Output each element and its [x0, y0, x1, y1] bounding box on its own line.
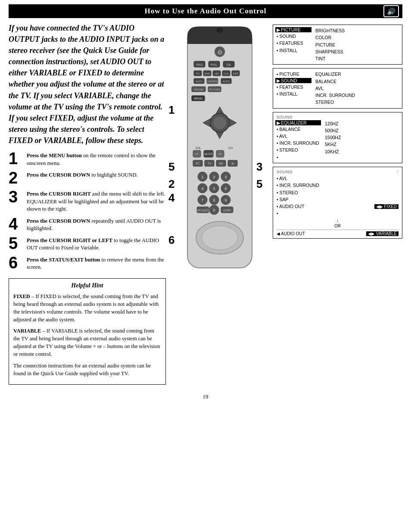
step-3-overlay: 3 [256, 160, 262, 174]
page-number-text: 19 [203, 393, 209, 400]
osd-m2-picture: • PICTURE [277, 71, 310, 78]
osd-picture-right: PICTURE [315, 41, 345, 48]
osd-10khz: 10KHZ [325, 148, 341, 155]
svg-text:4: 4 [201, 187, 203, 191]
osd-brightness: BRIGHTNESS [315, 27, 345, 34]
svg-rect-2 [187, 35, 252, 44]
step-5-text: Press the CURSOR RIGHT or LEFT to toggle… [27, 237, 166, 252]
osd-picture-arrow: ▶ [277, 27, 280, 32]
svg-text:AUTO: AUTO [223, 80, 230, 83]
page-title: How to Use the Audio Out Control [145, 7, 267, 15]
osd-balance-label: BALANCE [315, 78, 355, 85]
step-2-rest: to highlight SOUND. [90, 172, 137, 178]
svg-text:0: 0 [213, 208, 215, 212]
hint-variable: VARIABLE – If VARIABLE is selected, the … [13, 327, 161, 358]
svg-text:VOL: VOL [195, 146, 201, 149]
osd-m4-audio-out-left: ◀ AUDIO OUT [277, 231, 305, 236]
step-2: 2 Press the CURSOR DOWN to highlight SOU… [9, 171, 166, 186]
svg-text:CLK: CLK [224, 72, 229, 75]
svg-text:PRG: PRG [196, 63, 202, 66]
osd-1500hz: 1500HZ [325, 134, 341, 141]
osd-menu-2: • PICTURE ▶ SOUND • FEATURES • INSTALL E… [273, 68, 402, 108]
osd-menu-2-content: • PICTURE ▶ SOUND • FEATURES • INSTALL E… [277, 71, 399, 106]
remote-area: 1 5 2 4 3 5 6 ⏻ [170, 22, 269, 385]
svg-text:−: − [195, 151, 198, 157]
svg-text:HD: HD [219, 162, 223, 165]
svg-text:FMT: FMT [233, 72, 239, 75]
hint-connection: The connection instructions for an exter… [13, 362, 161, 377]
svg-text:POS.: POS. [211, 63, 218, 66]
svg-point-39 [213, 116, 227, 130]
step-4-bold: Press the CURSOR DOWN [27, 218, 90, 224]
osd-menu-3-content: ▶ EQUALIZER • BALANCE • AVL • INCR. SURR… [277, 120, 399, 161]
step-5: 5 Press the CURSOR RIGHT or LEFT to togg… [9, 237, 166, 252]
step-4-text: Press the CURSOR DOWN repeatedly until A… [27, 218, 166, 233]
osd-picture-label: PICTURE [281, 27, 301, 32]
osd-menu-3-left: ▶ EQUALIZER • BALANCE • AVL • INCR. SURR… [277, 120, 320, 161]
main-content: If you have connected the TV's AUDIO OUT… [0, 18, 411, 389]
svg-text:HD: HD [215, 72, 219, 75]
hint-fixed-label: FIXED [13, 293, 30, 299]
svg-text:⊕: ⊕ [231, 162, 234, 165]
osd-menu-1-right: BRIGHTNESS COLOR PICTURE SHARPNESS TINT [315, 27, 345, 62]
osd-install-item: • INSTALL [277, 47, 310, 54]
svg-text:7: 7 [201, 198, 203, 202]
step-3-bold: Press the CURSOR RIGHT [27, 191, 91, 197]
osd-m2-sound: ▶ SOUND [275, 78, 311, 83]
step-2-bold: Press the CURSOR DOWN [27, 172, 90, 178]
step-5-bold: Press the CURSOR RIGHT or LEFT [27, 237, 112, 243]
osd-m2-install: • INSTALL [277, 90, 310, 97]
osd-sound-item: • SOUND [277, 33, 310, 40]
left-column: If you have connected the TV's AUDIO OUT… [9, 22, 166, 385]
hint-fixed: FIXED – If FIXED is selected, the sound … [13, 292, 161, 324]
osd-m4-variable-value: ◀▶ VARIABLE [366, 231, 399, 236]
svg-text:6: 6 [224, 187, 227, 191]
hint-title: Helpful Hint [13, 282, 161, 289]
hint-title-text: Helpful Hint [71, 282, 103, 289]
osd-incr-surround-label: INCR. SURROUND [315, 92, 355, 99]
drop-cap: I [9, 24, 12, 32]
osd-avl-label: AVL [315, 85, 355, 92]
osd-m2-sound-label: SOUND [281, 78, 297, 83]
osd-500hz: 500HZ [325, 127, 341, 134]
osd-picture-item: ▶ PICTURE [275, 27, 311, 32]
osd-m4-stereo: • STEREO [277, 189, 399, 196]
page-header: How to Use the Audio Out Control 🔊 [9, 4, 402, 18]
svg-text:SURF: SURF [223, 209, 231, 212]
right-column: 1 5 2 4 3 5 6 ⏻ [170, 22, 402, 385]
step-5-number: 5 [9, 235, 27, 252]
step-2-number: 2 [9, 170, 27, 186]
osd-m4-sap: • SAP [277, 196, 399, 203]
svg-point-81 [202, 226, 238, 250]
osd-m4-items: • AVL • INCR. SURROUND • STEREO • SAP • … [277, 175, 399, 217]
osd-m4-or: OR [277, 224, 399, 228]
page-number: 19 [0, 393, 411, 404]
osd-menu-2-left: • PICTURE ▶ SOUND • FEATURES • INSTALL [277, 71, 310, 106]
svg-text:2: 2 [213, 175, 215, 179]
osd-m3-section: SOUND [277, 115, 399, 119]
osd-menu-1-content: ▶ PICTURE • SOUND • FEATURES • INSTALL B… [277, 27, 399, 62]
step-1-overlay: 1 [168, 103, 174, 117]
step-3: 3 Press the CURSOR RIGHT and the menu wi… [9, 190, 166, 213]
osd-m3-stereo: • STEREO [277, 146, 320, 153]
osd-menu-3-right: 120HZ 500HZ 1500HZ 5KHZ 10KHZ [325, 120, 341, 161]
osd-tint: TINT [315, 55, 345, 62]
step-1: 1 Press the MENU button on the remote co… [9, 152, 166, 167]
osd-m4-up-arrow: ↑ [396, 169, 399, 174]
hint-fixed-text: – If FIXED is selected, the sound coming… [13, 293, 159, 323]
osd-menu-3: SOUND ▶ EQUALIZER • BALANCE • AVL • INCR… [273, 112, 402, 163]
page: How to Use the Audio Out Control 🔊 If yo… [0, 4, 411, 404]
osd-stereo-label: STEREO [315, 99, 355, 106]
step-1-text: Press the MENU button on the remote cont… [27, 152, 166, 167]
svg-text:AUTO: AUTO [196, 80, 203, 83]
step-3-text: Press the CURSOR RIGHT and the menu will… [27, 190, 166, 213]
svg-text:OK: OK [227, 63, 231, 66]
svg-text:PC: PC [196, 162, 200, 165]
svg-text:⏻: ⏻ [218, 50, 222, 55]
svg-text:5: 5 [213, 187, 215, 191]
osd-sharpness: SHARPNESS [315, 48, 345, 55]
osd-features-item: • FEATURES [277, 40, 310, 47]
osd-m3-avl: • AVL [277, 133, 320, 140]
svg-text:TV: TV [196, 72, 199, 75]
osd-panels: ▶ PICTURE • SOUND • FEATURES • INSTALL B… [273, 22, 402, 385]
